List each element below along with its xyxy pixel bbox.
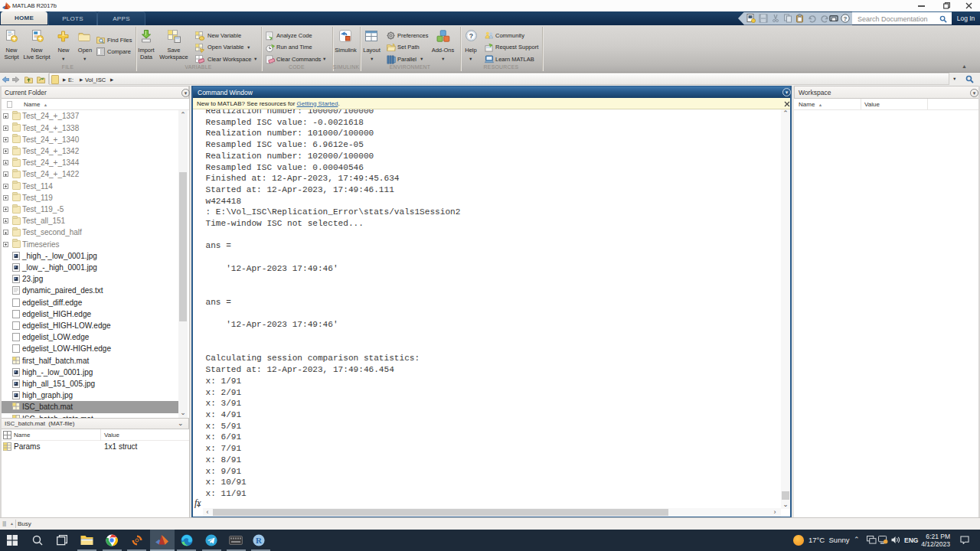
svg-text:?: ? (469, 32, 473, 40)
svg-text:R: R (256, 536, 263, 545)
svg-text:?: ? (844, 15, 848, 22)
